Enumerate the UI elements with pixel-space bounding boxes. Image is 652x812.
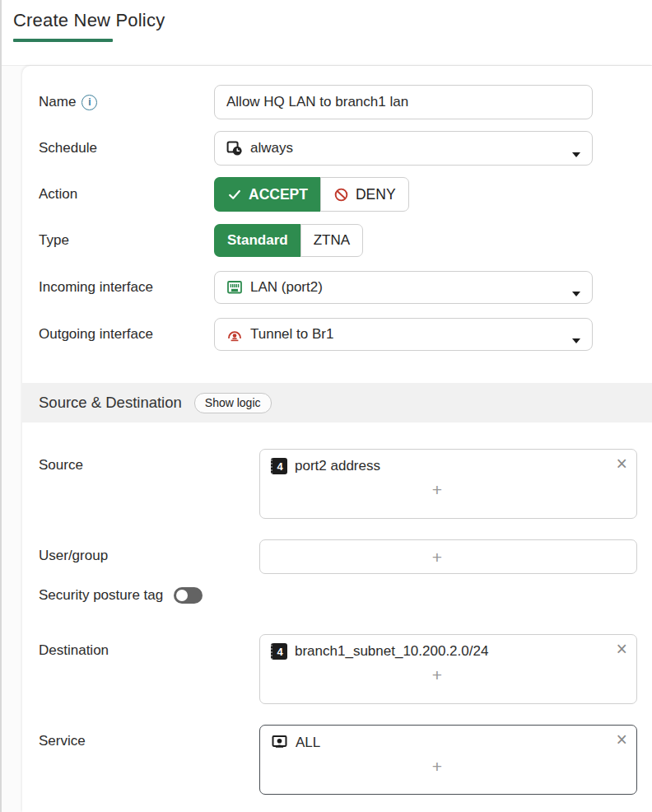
- incoming-interface-value: LAN (port2): [250, 279, 323, 296]
- action-label: Action: [39, 186, 214, 203]
- accept-button[interactable]: ACCEPT: [214, 177, 320, 212]
- type-label: Type: [39, 232, 214, 249]
- ipv4-address-icon: 4: [271, 458, 287, 474]
- deny-prohibition-icon: [333, 187, 349, 203]
- close-icon[interactable]: ×: [617, 730, 627, 749]
- security-posture-row: Security posture tag: [22, 587, 652, 604]
- chevron-down-icon: [571, 332, 581, 348]
- add-source-button[interactable]: +: [271, 474, 603, 502]
- source-item-label: port2 address: [295, 458, 380, 474]
- incoming-interface-row: Incoming interface LAN (port2): [22, 271, 652, 304]
- type-standard-label: Standard: [227, 232, 288, 249]
- service-all-icon: [271, 734, 288, 751]
- type-standard-button[interactable]: Standard: [214, 224, 300, 257]
- incoming-interface-label: Incoming interface: [39, 279, 214, 296]
- deny-label: DENY: [356, 186, 396, 203]
- page-header: Create New Policy: [2, 0, 652, 66]
- service-row: Service ALL × +: [22, 725, 652, 795]
- policy-form-card: Name i Schedule always: [22, 66, 652, 812]
- security-posture-label: Security posture tag: [39, 587, 163, 604]
- schedule-select[interactable]: always: [214, 131, 593, 166]
- schedule-label: Schedule: [39, 140, 214, 156]
- show-logic-button[interactable]: Show logic: [194, 393, 272, 413]
- deny-button[interactable]: DENY: [320, 177, 409, 212]
- outgoing-interface-value: Tunnel to Br1: [250, 326, 333, 343]
- name-label: Name: [39, 94, 76, 110]
- vpn-tunnel-icon: [226, 326, 243, 343]
- source-box[interactable]: 4 port2 address × +: [259, 449, 637, 519]
- add-service-button[interactable]: +: [271, 751, 603, 778]
- destination-label: Destination: [39, 634, 259, 659]
- type-segmented-control: Standard ZTNA: [214, 224, 363, 257]
- name-input[interactable]: [214, 85, 593, 119]
- check-icon: [227, 187, 242, 202]
- user-group-row: User/group +: [22, 539, 652, 574]
- accept-label: ACCEPT: [249, 186, 308, 203]
- add-user-group-button[interactable]: +: [271, 547, 603, 566]
- security-posture-toggle[interactable]: [174, 587, 203, 604]
- action-segmented-control: ACCEPT DENY: [214, 177, 409, 212]
- destination-box[interactable]: 4 branch1_subnet_10.200.2.0/24 × +: [259, 634, 637, 704]
- outgoing-interface-row: Outgoing interface Tunnel to Br1: [22, 318, 652, 351]
- name-row: Name i: [22, 85, 652, 119]
- destination-row: Destination 4 branch1_subnet_10.200.2.0/…: [22, 634, 652, 704]
- service-item-label: ALL: [296, 735, 320, 751]
- type-ztna-button[interactable]: ZTNA: [300, 224, 363, 257]
- destination-item[interactable]: 4 branch1_subnet_10.200.2.0/24: [271, 643, 603, 660]
- service-box[interactable]: ALL × +: [259, 725, 637, 795]
- page-title: Create New Policy: [13, 10, 652, 31]
- source-label: Source: [39, 449, 259, 474]
- schedule-value: always: [250, 140, 293, 156]
- incoming-interface-select[interactable]: LAN (port2): [214, 271, 593, 304]
- action-row: Action ACCEPT: [22, 177, 652, 212]
- service-item[interactable]: ALL: [271, 734, 603, 751]
- section-title: Source & Destination: [39, 394, 182, 412]
- source-destination-section-header: Source & Destination Show logic: [22, 383, 652, 422]
- schedule-row: Schedule always: [22, 131, 652, 166]
- schedule-calendar-clock-icon: [226, 140, 243, 156]
- outgoing-interface-label: Outgoing interface: [39, 326, 214, 343]
- add-destination-button[interactable]: +: [271, 660, 603, 687]
- service-label: Service: [39, 725, 259, 749]
- type-ztna-label: ZTNA: [314, 232, 350, 249]
- source-item[interactable]: 4 port2 address: [271, 458, 603, 474]
- info-icon[interactable]: i: [82, 95, 97, 110]
- lan-port-icon: [226, 279, 243, 296]
- active-tab-indicator: [13, 39, 113, 42]
- chevron-down-icon: [571, 146, 581, 162]
- toggle-knob: [176, 590, 188, 601]
- user-group-label: User/group: [39, 539, 259, 564]
- outgoing-interface-select[interactable]: Tunnel to Br1: [214, 318, 593, 351]
- close-icon[interactable]: ×: [617, 455, 627, 474]
- create-policy-page: Create New Policy Name i Schedule: [0, 0, 652, 812]
- ipv4-address-icon: 4: [271, 643, 287, 660]
- chevron-down-icon: [571, 285, 581, 301]
- destination-item-label: branch1_subnet_10.200.2.0/24: [295, 643, 488, 660]
- name-label-wrap: Name i: [39, 94, 214, 110]
- close-icon[interactable]: ×: [617, 640, 627, 659]
- source-row: Source 4 port2 address × +: [22, 449, 652, 519]
- type-row: Type Standard ZTNA: [22, 224, 652, 257]
- user-group-box[interactable]: +: [259, 539, 637, 574]
